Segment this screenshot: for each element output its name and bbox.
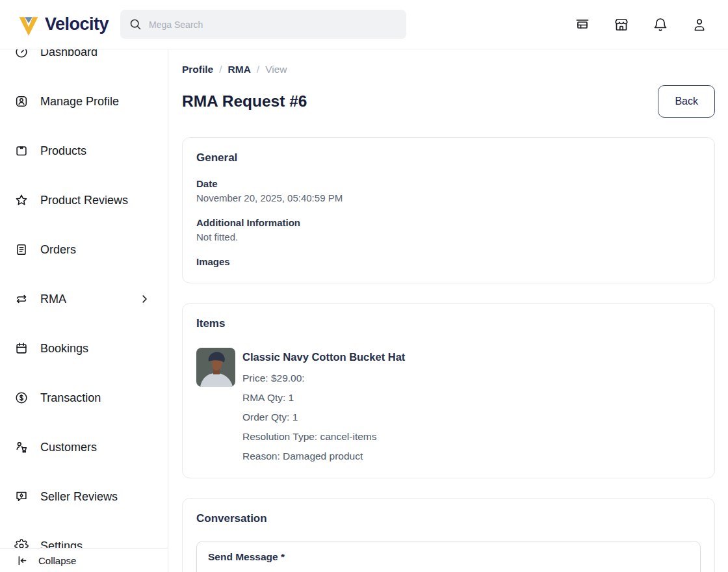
document-icon <box>14 242 29 257</box>
sidebar-item-manage-profile[interactable]: Manage Profile <box>0 77 168 126</box>
collapse-icon <box>16 554 29 567</box>
breadcrumb: Profile / RMA / View <box>182 64 715 75</box>
product-order-qty: Order Qty: 1 <box>242 411 406 423</box>
breadcrumb-separator: / <box>219 64 222 75</box>
additional-info-label: Additional Information <box>196 217 701 228</box>
general-card-title: General <box>196 151 701 164</box>
sidebar-item-label: RMA <box>40 292 127 306</box>
product-resolution-type: Resolution Type: cancel-items <box>242 430 406 443</box>
header-icon-group <box>575 17 707 32</box>
sidebar-item-label: Product Reviews <box>40 194 150 207</box>
conversation-card-title: Conversation <box>196 512 701 525</box>
sidebar-item-label: Products <box>40 144 150 158</box>
product-name: Classic Navy Cotton Bucket Hat <box>242 349 406 365</box>
user-icon[interactable] <box>692 17 707 32</box>
general-card: General Date November 20, 2025, 05:40:59… <box>182 137 715 283</box>
sidebar-item-transaction[interactable]: Transaction <box>0 373 168 422</box>
sidebar-item-products[interactable]: Products <box>0 126 168 176</box>
velocity-logo[interactable]: Velocity <box>17 13 109 36</box>
search-icon <box>129 18 142 31</box>
calendar-icon <box>14 341 29 356</box>
sidebar-item-seller-reviews[interactable]: Seller Reviews <box>0 472 168 521</box>
send-message-label: Send Message * <box>208 551 689 563</box>
sidebar-item-label: Bookings <box>40 342 150 356</box>
product-reason: Reason: Damaged product <box>242 450 406 462</box>
items-card-title: Items <box>196 317 701 330</box>
swap-arrows-icon <box>14 292 29 306</box>
product-price: Price: $29.00: <box>242 372 406 384</box>
breadcrumb-profile[interactable]: Profile <box>182 64 213 75</box>
marketplace-icon[interactable] <box>575 17 590 32</box>
date-field: Date November 20, 2025, 05:40:59 PM <box>196 178 701 203</box>
back-button[interactable]: Back <box>658 85 715 118</box>
sidebar-item-bookings[interactable]: Bookings <box>0 324 168 373</box>
person-card-icon <box>14 94 29 109</box>
star-icon <box>14 193 29 207</box>
person-cart-icon <box>14 440 29 454</box>
send-message-field[interactable]: Send Message * <box>196 541 701 572</box>
sidebar-item-label: Customers <box>40 441 150 454</box>
chevron-right-icon <box>138 293 150 305</box>
breadcrumb-separator: / <box>257 64 259 75</box>
sidebar-item-customers[interactable]: Customers <box>0 422 168 472</box>
sidebar-item-product-reviews[interactable]: Product Reviews <box>0 176 168 225</box>
product-info: Classic Navy Cotton Bucket Hat Price: $2… <box>242 348 406 462</box>
gauge-icon <box>14 49 29 59</box>
items-card: Items Classic Navy Cotton Bucket Hat Pri… <box>182 303 715 478</box>
additional-info-field: Additional Information Not fitted. <box>196 217 701 242</box>
velocity-logo-icon <box>17 13 40 36</box>
sidebar-item-orders[interactable]: Orders <box>0 225 168 274</box>
conversation-card: Conversation Send Message * <box>182 498 715 572</box>
breadcrumb-view: View <box>265 64 287 75</box>
sidebar-nav-list: Dashboard Manage Profile Products <box>0 49 168 571</box>
images-label: Images <box>196 256 701 267</box>
date-label: Date <box>196 178 701 189</box>
top-header: Velocity <box>0 0 728 49</box>
sidebar-item-dashboard[interactable]: Dashboard <box>0 49 168 77</box>
collapse-label: Collapse <box>38 555 76 566</box>
date-value: November 20, 2025, 05:40:59 PM <box>196 192 701 203</box>
search-input[interactable] <box>149 20 398 30</box>
dollar-circle-icon <box>14 391 29 405</box>
sidebar-item-label: Transaction <box>40 391 150 405</box>
page-title-row: RMA Request #6 Back <box>182 85 715 118</box>
box-icon <box>14 144 29 158</box>
product-image <box>196 348 235 387</box>
sidebar-collapse-button[interactable]: Collapse <box>0 548 168 572</box>
sidebar-nav: Dashboard Manage Profile Products <box>0 49 168 572</box>
images-field: Images <box>196 256 701 267</box>
mega-search-bar[interactable] <box>120 10 406 39</box>
additional-info-value: Not fitted. <box>196 231 701 242</box>
store-icon[interactable] <box>614 17 629 32</box>
review-bubble-icon <box>14 489 29 504</box>
sidebar-item-rma[interactable]: RMA <box>0 274 168 324</box>
sidebar-item-label: Orders <box>40 243 150 257</box>
breadcrumb-rma[interactable]: RMA <box>228 64 251 75</box>
bell-icon[interactable] <box>653 17 668 32</box>
product-row: Classic Navy Cotton Bucket Hat Price: $2… <box>196 348 701 462</box>
sidebar-item-label: Seller Reviews <box>40 490 150 504</box>
sidebar-item-label: Dashboard <box>40 49 150 59</box>
main-content: Profile / RMA / View RMA Request #6 Back… <box>169 49 728 572</box>
sidebar-item-label: Manage Profile <box>40 95 150 109</box>
brand-name: Velocity <box>45 14 109 34</box>
product-rma-qty: RMA Qty: 1 <box>242 391 406 404</box>
page-title: RMA Request #6 <box>182 92 307 110</box>
